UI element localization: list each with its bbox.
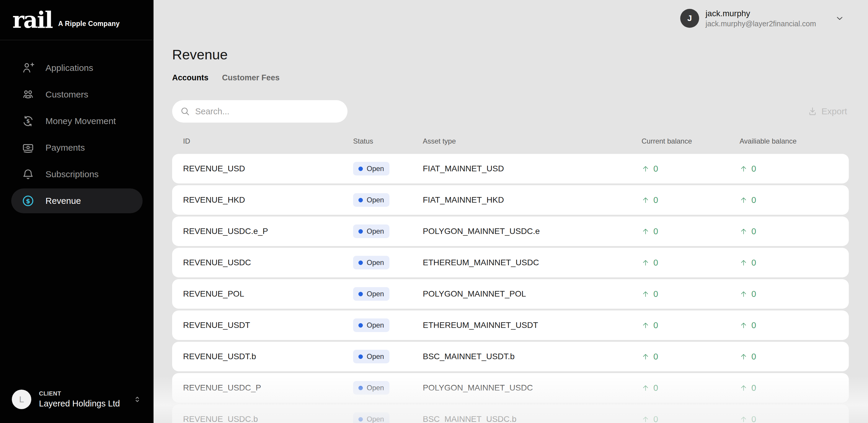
sidebar-item-subscriptions[interactable]: Subscriptions <box>11 162 143 187</box>
users-icon <box>22 88 34 101</box>
account-id: REVENUE_USD <box>183 164 353 173</box>
sidebar: rail A Ripple Company Applications <box>0 0 154 423</box>
status-badge: Open <box>353 256 390 269</box>
status-label: Open <box>367 290 384 298</box>
account-id: REVENUE_USDC.e_P <box>183 226 353 236</box>
export-label: Export <box>822 107 847 116</box>
asset-type: BSC_MAINNET_USDC.b <box>423 415 642 423</box>
table-row[interactable]: REVENUE_USDC.e_P Open POLYGON_MAINNET_US… <box>172 216 849 246</box>
table-row[interactable]: REVENUE_USDC_P Open POLYGON_MAINNET_USDC… <box>172 373 849 403</box>
sidebar-item-payments[interactable]: Payments <box>11 135 143 160</box>
sidebar-item-label: Customers <box>45 90 88 99</box>
table-row[interactable]: REVENUE_HKD Open FIAT_MAINNET_HKD 0 <box>172 185 849 215</box>
table-row[interactable]: REVENUE_USD Open FIAT_MAINNET_USD 0 <box>172 154 849 183</box>
account-id: REVENUE_POL <box>183 289 353 299</box>
asset-type: BSC_MAINNET_USDT.b <box>423 352 642 361</box>
download-icon <box>808 107 817 116</box>
status-dot-icon <box>359 292 363 296</box>
arrow-up-icon <box>642 415 650 423</box>
user-name: jack.murphy <box>706 9 816 18</box>
arrow-up-icon <box>740 353 748 361</box>
status-label: Open <box>367 321 384 329</box>
current-balance: 0 <box>642 321 740 330</box>
available-balance: 0 <box>740 226 849 236</box>
chevron-down-icon[interactable] <box>835 13 844 23</box>
tab-customer-fees[interactable]: Customer Fees <box>222 73 280 83</box>
arrow-up-icon <box>740 384 748 392</box>
status-label: Open <box>367 227 384 235</box>
sidebar-nav: Applications Customers <box>0 40 154 379</box>
column-header-current-balance: Current balance <box>642 137 740 145</box>
column-header-asset-type: Asset type <box>423 137 642 145</box>
accounts-table: REVENUE_USD Open FIAT_MAINNET_USD 0 <box>172 154 849 423</box>
user-plus-icon <box>22 62 34 74</box>
available-balance: 0 <box>740 383 849 393</box>
app-window: rail A Ripple Company Applications <box>0 0 868 423</box>
account-id: REVENUE_USDT.b <box>183 352 353 361</box>
sidebar-item-label: Money Movement <box>45 116 116 126</box>
table-row[interactable]: REVENUE_USDC.b Open BSC_MAINNET_USDC.b 0 <box>172 404 849 423</box>
arrow-up-icon <box>642 228 650 235</box>
account-id: REVENUE_USDC_P <box>183 383 353 393</box>
arrow-up-icon <box>740 259 748 267</box>
account-id: REVENUE_USDC <box>183 258 353 267</box>
available-balance: 0 <box>740 164 849 174</box>
client-avatar: L <box>12 390 31 409</box>
sidebar-item-applications[interactable]: Applications <box>11 56 143 80</box>
status-dot-icon <box>359 167 363 171</box>
user-meta: jack.murphy jack.murphy@layer2financial.… <box>706 9 816 28</box>
money-cycle-icon: $ <box>22 115 34 127</box>
column-header-status: Status <box>353 137 423 145</box>
rail-logo: rail <box>12 9 52 31</box>
asset-type: POLYGON_MAINNET_USDC.e <box>423 226 642 236</box>
available-balance: 0 <box>740 289 849 299</box>
status-label: Open <box>367 353 384 361</box>
sidebar-item-customers[interactable]: Customers <box>11 82 143 107</box>
status-badge: Open <box>353 162 390 176</box>
asset-type: ETHEREUM_MAINNET_USDC <box>423 258 642 267</box>
arrow-up-icon <box>642 322 650 329</box>
sidebar-item-label: Subscriptions <box>45 169 99 179</box>
arrow-up-icon <box>740 165 748 173</box>
column-header-available-balance: Availiable balance <box>740 137 849 145</box>
table-row[interactable]: REVENUE_USDT.b Open BSC_MAINNET_USDT.b 0 <box>172 342 849 371</box>
dollar-circle-icon: $ <box>22 195 34 207</box>
status-badge: Open <box>353 350 390 363</box>
brand-header: rail A Ripple Company <box>0 0 154 40</box>
status-dot-icon <box>359 417 363 422</box>
arrow-up-icon <box>642 259 650 267</box>
status-badge: Open <box>353 412 390 423</box>
toolbar: Export <box>172 100 849 123</box>
export-button[interactable]: Export <box>806 106 849 117</box>
current-balance: 0 <box>642 226 740 236</box>
account-id: REVENUE_HKD <box>183 195 353 205</box>
asset-type: FIAT_MAINNET_USD <box>423 164 642 173</box>
status-dot-icon <box>359 198 363 202</box>
brand-tagline: A Ripple Company <box>58 20 120 28</box>
asset-type: ETHEREUM_MAINNET_USDT <box>423 321 642 330</box>
asset-type: POLYGON_MAINNET_USDC <box>423 383 642 393</box>
table-row[interactable]: REVENUE_POL Open POLYGON_MAINNET_POL 0 <box>172 279 849 309</box>
status-label: Open <box>367 196 384 204</box>
table-header: ID Status Asset type Current balance Ava… <box>172 136 849 146</box>
search-bar <box>172 100 347 123</box>
sidebar-item-money-movement[interactable]: $ Money Movement <box>11 109 143 133</box>
client-switcher[interactable]: L CLIENT Layered Holdings Ltd <box>0 379 154 423</box>
sidebar-item-revenue[interactable]: $ Revenue <box>11 188 143 213</box>
account-id: REVENUE_USDT <box>183 321 353 330</box>
bell-icon <box>22 168 34 180</box>
table-row[interactable]: REVENUE_USDC Open ETHEREUM_MAINNET_USDC … <box>172 248 849 277</box>
current-balance: 0 <box>642 383 740 393</box>
user-avatar[interactable]: J <box>680 9 699 28</box>
arrow-up-icon <box>642 384 650 392</box>
available-balance: 0 <box>740 258 849 268</box>
tab-accounts[interactable]: Accounts <box>172 73 209 83</box>
main-content: J jack.murphy jack.murphy@layer2financia… <box>154 0 868 423</box>
arrow-up-icon <box>740 415 748 423</box>
status-label: Open <box>367 384 384 392</box>
table-row[interactable]: REVENUE_USDT Open ETHEREUM_MAINNET_USDT … <box>172 310 849 340</box>
arrow-up-icon <box>642 353 650 361</box>
current-balance: 0 <box>642 289 740 299</box>
search-input[interactable] <box>194 107 339 117</box>
topbar: J jack.murphy jack.murphy@layer2financia… <box>154 0 868 37</box>
